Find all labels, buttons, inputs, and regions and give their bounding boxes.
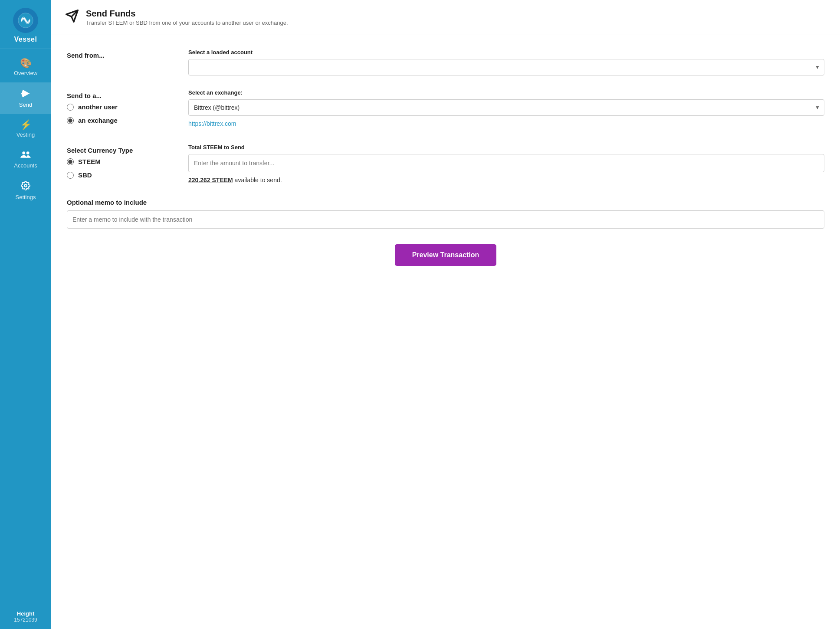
sidebar-item-label-overview: Overview — [14, 70, 37, 76]
radio-exchange-label: an exchange — [78, 117, 118, 124]
logo-circle — [13, 8, 38, 33]
send-to-label-col: Send to a... another user an exchange — [67, 89, 188, 130]
sidebar-footer: Height 15721039 — [0, 604, 51, 629]
available-text: 220.262 STEEM available to send. — [188, 177, 824, 183]
radio-another-user[interactable]: another user — [67, 103, 188, 111]
account-select-wrapper: ▼ — [188, 59, 824, 75]
radio-steem-label: STEEM — [78, 158, 101, 165]
settings-icon — [21, 181, 30, 192]
vesting-icon: ⚡ — [20, 120, 32, 130]
page-header: Send Funds Transfer STEEM or SBD from on… — [51, 0, 840, 35]
currency-label: Select Currency Type — [67, 147, 133, 154]
send-to-radio-group: another user an exchange — [67, 103, 188, 124]
radio-another-user-input[interactable] — [67, 104, 74, 111]
send-to-control-col: Select an exchange: Bittrex (@bittrex) P… — [188, 89, 824, 127]
sidebar-item-label-settings: Settings — [16, 194, 36, 200]
svg-point-1 — [22, 151, 25, 154]
svg-point-3 — [24, 184, 27, 187]
radio-sbd-input[interactable] — [67, 172, 74, 179]
radio-steem-input[interactable] — [67, 158, 74, 165]
sidebar-item-settings[interactable]: Settings — [0, 175, 51, 206]
amount-label: Total STEEM to Send — [188, 144, 824, 151]
sidebar: Vessel 🎨 Overview Send ⚡ Vesting — [0, 0, 51, 629]
radio-sbd[interactable]: SBD — [67, 171, 188, 179]
memo-label: Optional memo to include — [67, 199, 824, 206]
send-icon — [21, 88, 30, 100]
radio-another-user-label: another user — [78, 103, 118, 111]
sidebar-item-label-send: Send — [19, 102, 32, 108]
radio-sbd-label: SBD — [78, 171, 92, 179]
currency-amount-row: Select Currency Type STEEM SBD Total STE… — [67, 144, 824, 185]
height-value: 15721039 — [0, 617, 51, 623]
sidebar-item-label-accounts: Accounts — [14, 162, 37, 169]
svg-point-2 — [26, 151, 30, 154]
account-select-label: Select a loaded account — [188, 49, 824, 56]
send-from-control-col: Select a loaded account ▼ — [188, 49, 824, 75]
available-amount: 220.262 STEEM — [188, 177, 233, 183]
sidebar-item-overview[interactable]: 🎨 Overview — [0, 52, 51, 82]
currency-radio-group: STEEM SBD — [67, 158, 188, 179]
send-to-label: Send to a... — [67, 92, 102, 99]
overview-icon: 🎨 — [20, 59, 32, 68]
sidebar-item-accounts[interactable]: Accounts — [0, 144, 51, 175]
form-area: Send from... Select a loaded account ▼ S… — [51, 35, 840, 629]
send-from-label: Send from... — [67, 52, 105, 59]
currency-label-col: Select Currency Type STEEM SBD — [67, 144, 188, 185]
height-label: Height — [0, 610, 51, 617]
memo-input[interactable] — [67, 210, 824, 229]
page-header-icon — [65, 9, 79, 26]
exchange-select-label: Select an exchange: — [188, 89, 824, 96]
header-text: Send Funds Transfer STEEM or SBD from on… — [86, 9, 288, 26]
radio-exchange-input[interactable] — [67, 117, 74, 124]
exchange-link[interactable]: https://bittrex.com — [188, 120, 824, 127]
amount-input[interactable] — [188, 154, 824, 172]
available-suffix: available to send. — [233, 177, 282, 183]
send-from-label-col: Send from... — [67, 49, 188, 59]
exchange-select[interactable]: Bittrex (@bittrex) Poloniex (@poloniex) … — [188, 99, 824, 116]
radio-exchange[interactable]: an exchange — [67, 117, 188, 124]
send-to-row: Send to a... another user an exchange Se… — [67, 89, 824, 130]
app-name: Vessel — [14, 36, 37, 43]
memo-section: Optional memo to include — [67, 199, 824, 229]
page-subtitle: Transfer STEEM or SBD from one of your a… — [86, 20, 288, 26]
amount-control-col: Total STEEM to Send 220.262 STEEM availa… — [188, 144, 824, 183]
main-content: Send Funds Transfer STEEM or SBD from on… — [51, 0, 840, 629]
sidebar-nav: 🎨 Overview Send ⚡ Vesting — [0, 49, 51, 604]
radio-steem[interactable]: STEEM — [67, 158, 188, 165]
sidebar-item-send[interactable]: Send — [0, 82, 51, 114]
page-title: Send Funds — [86, 9, 288, 19]
sidebar-item-label-vesting: Vesting — [16, 131, 35, 138]
accounts-icon — [20, 150, 31, 161]
account-select[interactable] — [188, 59, 824, 75]
exchange-select-wrapper: Bittrex (@bittrex) Poloniex (@poloniex) … — [188, 99, 824, 116]
preview-transaction-button[interactable]: Preview Transaction — [395, 244, 497, 266]
send-from-row: Send from... Select a loaded account ▼ — [67, 49, 824, 75]
app-logo: Vessel — [0, 0, 51, 49]
sidebar-item-vesting[interactable]: ⚡ Vesting — [0, 114, 51, 144]
